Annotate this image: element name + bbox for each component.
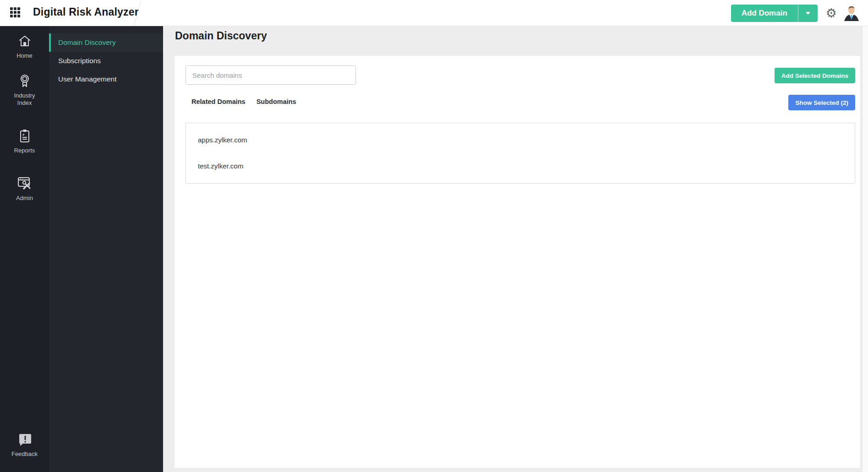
add-domain-button[interactable]: Add Domain (731, 5, 798, 22)
show-selected-button[interactable]: Show Selected (2) (788, 95, 855, 110)
nav-item-subscriptions[interactable]: Subscriptions (49, 52, 163, 70)
sidebar-item-reports[interactable]: Reports (0, 127, 49, 154)
main-content: Domain Discovery Add Selected Domains Re… (163, 26, 868, 472)
sidebar-item-admin[interactable]: Admin (0, 174, 49, 202)
domain-list-item[interactable]: test.zylker.com (186, 153, 855, 179)
nav-item-label: Domain Discovery (58, 38, 116, 47)
settings-gear-icon[interactable]: ⚙ (826, 7, 837, 19)
tab-bar: Related Domains Subdomains (191, 96, 296, 107)
search-input[interactable] (186, 65, 356, 85)
medal-icon (17, 72, 32, 90)
home-icon (17, 32, 32, 50)
sidebar-item-home[interactable]: Home (0, 32, 49, 60)
sidebar-item-label: Industry Index (7, 92, 42, 107)
domain-list-item[interactable]: apps.zylker.com (186, 127, 855, 153)
content-panel: Add Selected Domains Related Domains Sub… (175, 56, 860, 468)
sidebar-item-feedback[interactable]: Feedback (0, 430, 49, 458)
add-domain-dropdown-button[interactable] (798, 5, 818, 22)
add-selected-domains-button[interactable]: Add Selected Domains (775, 68, 855, 83)
feedback-icon (17, 430, 33, 449)
domain-list: apps.zylker.com test.zylker.com (186, 123, 855, 184)
sidebar-item-label: Home (7, 52, 42, 60)
vertical-scrollbar[interactable] (862, 26, 868, 472)
nav-item-user-management[interactable]: User Management (49, 70, 163, 88)
tab-subdomains[interactable]: Subdomains (257, 96, 296, 107)
user-avatar[interactable] (843, 5, 860, 22)
domain-name: test.zylker.com (198, 162, 243, 170)
report-clipboard-icon (17, 127, 32, 145)
app-root: Digital Risk Analyzer Add Domain ⚙ (0, 0, 868, 472)
sidebar-item-industry-index[interactable]: Industry Index (0, 72, 49, 107)
nav-item-label: Subscriptions (58, 57, 101, 65)
admin-tools-icon (16, 174, 33, 193)
tab-related-domains[interactable]: Related Domains (191, 96, 246, 107)
chevron-down-icon (806, 12, 810, 15)
sidebar-item-label: Reports (7, 147, 42, 154)
app-title: Digital Risk Analyzer (33, 6, 139, 18)
domain-name: apps.zylker.com (198, 136, 247, 144)
header-actions: Add Domain ⚙ (731, 0, 860, 26)
secondary-sidebar: Domain Discovery Subscriptions User Mana… (49, 26, 163, 472)
top-header: Digital Risk Analyzer Add Domain ⚙ (0, 0, 868, 26)
sidebar-item-label: Feedback (7, 450, 42, 458)
app-grid-icon[interactable] (10, 7, 21, 18)
page-title: Domain Discovery (175, 30, 267, 42)
primary-sidebar: Home Industry Index (0, 26, 49, 472)
add-domain-split-button: Add Domain (731, 5, 818, 22)
nav-item-label: User Management (58, 75, 117, 83)
nav-item-domain-discovery[interactable]: Domain Discovery (49, 33, 163, 52)
sidebar-item-label: Admin (7, 195, 42, 202)
